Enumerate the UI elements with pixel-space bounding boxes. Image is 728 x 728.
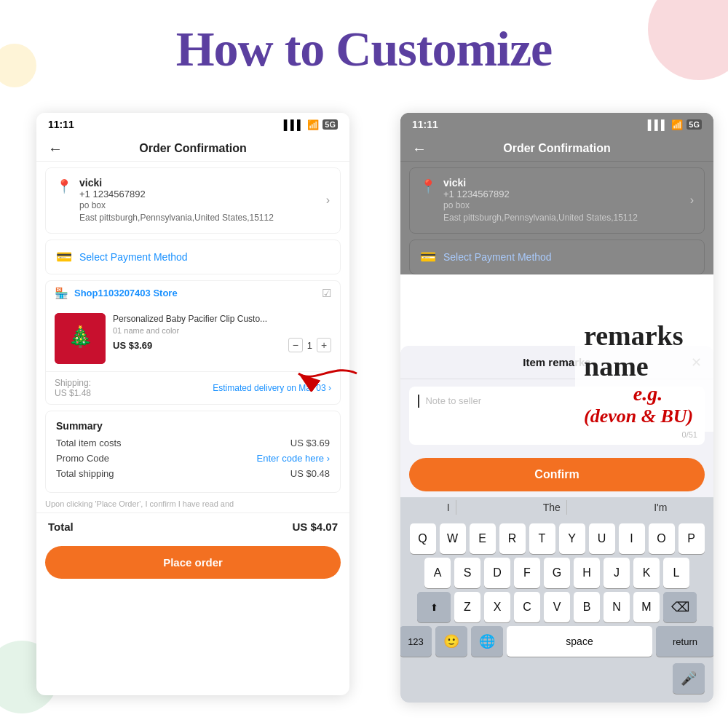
key-t[interactable]: T: [529, 523, 555, 554]
remarks-modal: Item remarks ✕ Note to seller 0/51 Confi…: [400, 346, 713, 703]
key-w[interactable]: W: [440, 523, 466, 554]
left-store-row[interactable]: 🏪 Shop1103207403 Store ☑: [45, 280, 341, 306]
text-cursor: [418, 395, 419, 408]
svg-text:🎄: 🎄: [68, 325, 93, 349]
shipping-label: Total shipping: [56, 468, 114, 479]
globe-key[interactable]: 🌐: [471, 626, 503, 657]
note-char-counter: 0/51: [682, 430, 697, 439]
store-icon: 🏪: [55, 287, 68, 300]
key-a[interactable]: A: [424, 558, 451, 588]
key-f[interactable]: F: [514, 558, 540, 588]
key-o[interactable]: O: [649, 523, 675, 554]
right-address-content: vicki +1 1234567892 po box East pittsbur…: [443, 177, 683, 224]
key-b[interactable]: B: [574, 592, 600, 622]
return-key[interactable]: return: [656, 626, 713, 657]
right-address-city: East pittsburgh,Pennsylvania,United Stat…: [443, 212, 683, 224]
keyboard-bottom-row: 🎤: [403, 660, 711, 700]
left-product-qty: − 1 +: [288, 338, 331, 352]
right-dark-overlay: 11:11 ▌▌▌ 📶 5G ← Order Confirmation 📍 vi…: [400, 113, 713, 274]
key-l[interactable]: L: [663, 558, 689, 588]
bg-decoration-circle-top-right: [648, 0, 728, 80]
qty-minus-button[interactable]: −: [288, 338, 303, 352]
page-title: How to Customize: [176, 20, 553, 78]
right-address-name: vicki: [443, 177, 683, 189]
key-m[interactable]: M: [633, 592, 660, 622]
key-v[interactable]: V: [544, 592, 570, 622]
num-key[interactable]: 123: [400, 626, 432, 657]
key-h[interactable]: H: [574, 558, 600, 588]
key-s[interactable]: S: [454, 558, 480, 588]
remarks-close-button[interactable]: ✕: [691, 355, 702, 371]
key-q[interactable]: Q: [410, 523, 436, 554]
left-phone-screenshot: 11:11 ▌▌▌ 📶 5G ← Order Confirmation 📍 vi…: [36, 113, 349, 695]
right-signal-icon: ▌▌▌: [648, 119, 668, 130]
note-input-area[interactable]: Note to seller 0/51: [409, 387, 705, 445]
keyboard: Q W E R T Y U I O P A S D F G H J K: [400, 519, 713, 703]
emoji-key[interactable]: 🙂: [435, 626, 467, 657]
store-check-icon[interactable]: ☑: [322, 287, 331, 300]
mic-key[interactable]: 🎤: [673, 663, 705, 694]
suggestion-i[interactable]: I: [441, 500, 456, 515]
item-costs-value: US $3.69: [290, 438, 330, 448]
key-d[interactable]: D: [484, 558, 510, 588]
left-address-content: vicki +1 1234567892 po box East pittsbur…: [79, 177, 319, 224]
left-status-time: 11:11: [48, 119, 74, 130]
key-j[interactable]: J: [604, 558, 630, 588]
right-payment-row[interactable]: 💳 Select Payment Method: [409, 240, 705, 274]
key-i[interactable]: I: [619, 523, 645, 554]
signal-icon: ▌▌▌: [284, 119, 304, 130]
left-total-amount: US $4.07: [292, 521, 338, 533]
left-address-card[interactable]: 📍 vicki +1 1234567892 po box East pittsb…: [45, 167, 341, 234]
key-g[interactable]: G: [544, 558, 570, 588]
suggestion-the[interactable]: The: [537, 500, 567, 515]
left-product-price: US $3.69: [113, 340, 152, 351]
place-order-button[interactable]: Place order: [45, 546, 341, 579]
left-summary-promo[interactable]: Promo Code Enter code here ›: [56, 453, 330, 464]
right-address-street: po box: [443, 199, 683, 212]
right-status-icons: ▌▌▌ 📶 5G: [648, 119, 702, 130]
confirm-button[interactable]: Confirm: [409, 458, 705, 491]
left-status-icons: ▌▌▌ 📶 5G: [284, 119, 338, 130]
location-icon: 📍: [56, 178, 72, 194]
key-r[interactable]: R: [499, 523, 526, 554]
left-product-name: Personalized Baby Pacifier Clip Custo...: [113, 313, 331, 325]
wifi-icon: 📶: [307, 119, 319, 130]
backspace-key[interactable]: ⌫: [663, 592, 697, 622]
left-payment-row[interactable]: 💳 Select Payment Method: [45, 240, 341, 274]
right-network-badge: 5G: [687, 119, 702, 130]
key-c[interactable]: C: [514, 592, 540, 622]
left-address-phone: +1 1234567892: [79, 189, 319, 199]
shift-key[interactable]: ⬆: [417, 592, 451, 622]
left-total-row: Total US $4.07: [36, 513, 349, 540]
qty-plus-button[interactable]: +: [317, 338, 331, 352]
right-address-row: 📍 vicki +1 1234567892 po box East pittsb…: [420, 177, 694, 224]
right-back-button[interactable]: ←: [412, 141, 427, 157]
suggestion-im[interactable]: I'm: [648, 500, 673, 515]
note-placeholder: Note to seller: [425, 395, 481, 406]
right-phone-screenshot: 11:11 ▌▌▌ 📶 5G ← Order Confirmation 📍 vi…: [400, 113, 713, 703]
right-address-phone: +1 1234567892: [443, 189, 683, 199]
left-summary-shipping: Total shipping US $0.48: [56, 468, 330, 479]
right-payment-label: Select Payment Method: [443, 251, 552, 263]
left-status-bar: 11:11 ▌▌▌ 📶 5G: [36, 113, 349, 136]
promo-label: Promo Code: [56, 453, 109, 464]
key-e[interactable]: E: [470, 523, 496, 554]
left-address-street: po box: [79, 199, 319, 212]
key-y[interactable]: Y: [559, 523, 585, 554]
key-n[interactable]: N: [604, 592, 630, 622]
key-z[interactable]: Z: [454, 592, 480, 622]
space-key[interactable]: space: [507, 626, 652, 657]
key-u[interactable]: U: [589, 523, 615, 554]
promo-value[interactable]: Enter code here ›: [257, 453, 330, 464]
red-arrow-indicator: [291, 355, 364, 392]
key-x[interactable]: X: [484, 592, 510, 622]
keyboard-row-2: A S D F G H J K L: [403, 558, 711, 588]
left-back-button[interactable]: ←: [48, 141, 63, 157]
key-k[interactable]: K: [633, 558, 660, 588]
left-summary-item-costs: Total item costs US $3.69: [56, 438, 330, 448]
key-p[interactable]: P: [678, 523, 705, 554]
right-status-bar: 11:11 ▌▌▌ 📶 5G: [400, 113, 713, 136]
right-address-card[interactable]: 📍 vicki +1 1234567892 po box East pittsb…: [409, 167, 705, 234]
product-image: 🎄: [55, 313, 106, 364]
left-nav-bar: ← Order Confirmation: [36, 136, 349, 162]
